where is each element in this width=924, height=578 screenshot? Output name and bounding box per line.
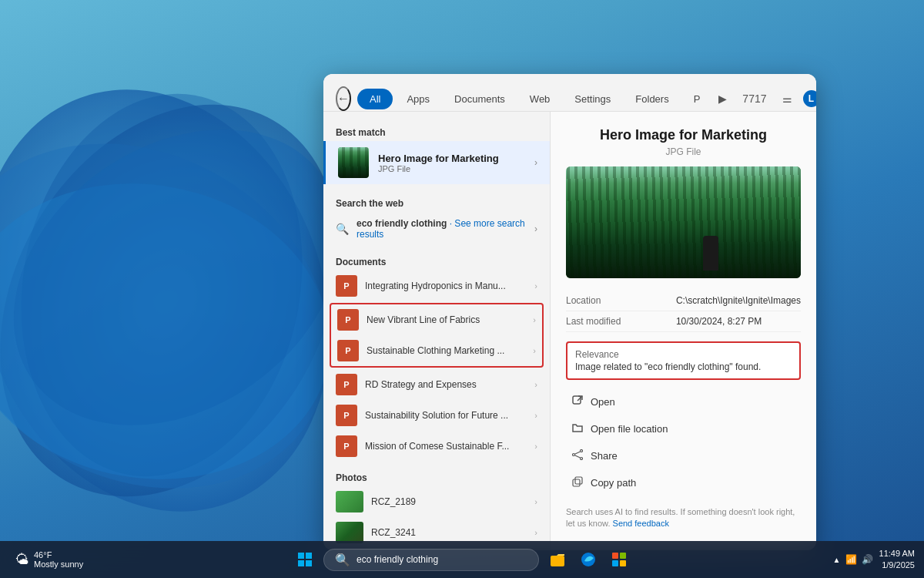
taskbar-app-store[interactable] (605, 546, 633, 573)
tab-folders[interactable]: Folders (624, 89, 679, 109)
location-value: C:\scratch\Ignite\Ignite\Images (676, 291, 801, 311)
share-icon (572, 449, 583, 462)
doc-icon-ppt-2: P (337, 309, 359, 331)
photo-item-1[interactable]: RCZ_2189 › (323, 486, 550, 517)
svg-rect-22 (298, 560, 304, 566)
tab-p[interactable]: P (683, 89, 711, 109)
feedback-link[interactable]: Send feedback (613, 519, 669, 528)
forest-figure-silhouette (703, 236, 718, 271)
back-button[interactable]: ← (336, 86, 351, 111)
web-search-chevron: › (534, 223, 537, 234)
start-button[interactable] (291, 546, 319, 573)
detail-metadata: Location C:\scratch\Ignite\Ignite\Images… (566, 291, 801, 332)
photo-chevron-2: › (534, 528, 537, 537)
open-icon (572, 395, 583, 408)
copy-icon (572, 476, 583, 489)
taskbar-right: ▲ 📶 🔊 11:49 AM 1/9/2025 (833, 548, 915, 572)
svg-rect-20 (298, 553, 304, 559)
svg-point-14 (573, 454, 575, 456)
open-location-label: Open file location (591, 423, 668, 435)
footer-text: Search uses AI to find results. If somet… (566, 506, 801, 530)
svg-point-13 (581, 450, 583, 452)
photo-thumb-2 (336, 522, 363, 543)
weather-temp: 46°F (34, 550, 83, 560)
doc-icon-ppt: P (336, 275, 357, 297)
weather-info: 46°F Mostly sunny (34, 550, 83, 569)
tab-web[interactable]: Web (519, 89, 561, 109)
doc-item-3[interactable]: P Sustainable Clothing Marketing ... › (331, 335, 542, 366)
doc-chevron-3: › (533, 346, 536, 355)
modified-value: 10/30/2024, 8:27 PM (676, 311, 801, 332)
doc-icon-ppt-6: P (336, 435, 357, 457)
documents-label: Documents (323, 250, 550, 271)
svg-rect-24 (551, 556, 564, 566)
wifi-icon: 📶 (845, 554, 857, 565)
share-button[interactable]: Share (566, 445, 801, 467)
modified-label: Last modified (566, 311, 676, 332)
tab-bar: ← All Apps Documents Web Settings Folder… (323, 74, 816, 112)
doc-item-2[interactable]: P New Vibrant Line of Fabrics › (331, 304, 542, 335)
tab-right-actions: ▶ 7717 ⚌ L ⋯ (714, 88, 816, 109)
tray-arrow-icon[interactable]: ▲ (833, 556, 841, 564)
search-bar-icon: 🔍 (335, 553, 350, 567)
open-button[interactable]: Open (566, 391, 801, 413)
volume-icon: 🔊 (862, 554, 873, 565)
detail-subtitle: JPG File (566, 146, 801, 157)
doc-chevron-6: › (534, 442, 537, 451)
svg-rect-23 (306, 560, 312, 566)
taskbar-app-edge[interactable] (574, 546, 602, 573)
svg-rect-19 (573, 479, 580, 486)
footer-main-text: Search uses AI to find results. If somet… (566, 507, 795, 528)
doc-item-5[interactable]: P Sustainability Solution for Future ...… (323, 400, 550, 431)
right-panel: Hero Image for Marketing JPG File Locati… (551, 112, 816, 550)
web-search-item[interactable]: 🔍 eco friendly clothing · See more searc… (323, 212, 550, 246)
doc-item-6[interactable]: P Mission of Comese Sustainable F... › (323, 431, 550, 462)
web-search-text: eco friendly clothing · See more search … (357, 218, 527, 240)
svg-line-17 (575, 455, 581, 458)
time-display: 11:49 AM (879, 548, 915, 560)
svg-rect-21 (306, 553, 312, 559)
best-match-title: Hero Image for Marketing (378, 153, 525, 164)
best-match-thumbnail (338, 147, 369, 178)
doc-item-1[interactable]: P Integrating Hydroponics in Manu... › (323, 271, 550, 301)
best-match-item[interactable]: Hero Image for Marketing JPG File › (323, 141, 550, 184)
taskbar-app-files[interactable] (544, 546, 571, 573)
taskbar-center: 🔍 eco friendly clothing (291, 546, 633, 573)
windows-logo (298, 553, 312, 566)
taskbar: 🌤 46°F Mostly sunny 🔍 eco friendly cloth… (0, 541, 924, 578)
doc-icon-ppt-5: P (336, 405, 357, 426)
doc-icon-ppt-3: P (337, 340, 359, 361)
date-display: 1/9/2025 (879, 560, 915, 571)
web-search-label: Search the web (323, 192, 550, 212)
tab-extra-number: 7717 (738, 89, 771, 108)
best-match-chevron: › (534, 157, 537, 168)
tab-apps[interactable]: Apps (396, 89, 440, 109)
location-label: Location (566, 291, 676, 311)
doc-chevron-2: › (533, 315, 536, 324)
play-icon[interactable]: ▶ (714, 89, 732, 108)
svg-rect-11 (573, 396, 581, 404)
user-avatar[interactable]: L (803, 90, 816, 107)
open-location-button[interactable]: Open file location (566, 418, 801, 440)
doc-title-6: Mission of Comese Sustainable F... (365, 441, 527, 452)
weather-desc: Mostly sunny (34, 560, 83, 569)
folder-icon (572, 422, 583, 435)
taskbar-apps (544, 546, 633, 573)
doc-item-4[interactable]: P RD Strategy and Expenses › (323, 369, 550, 400)
doc-chevron-4: › (534, 380, 537, 389)
network-icon: ⚌ (778, 89, 797, 108)
copy-path-button[interactable]: Copy path (566, 472, 801, 494)
doc-title-1: Integrating Hydroponics in Manu... (365, 281, 527, 291)
doc-title-5: Sustainability Solution for Future ... (365, 410, 527, 421)
photo-title-2: RCZ_3241 (371, 527, 527, 538)
relevance-text: Image related to "eco friendly clothing"… (575, 361, 792, 372)
tab-documents[interactable]: Documents (444, 89, 516, 109)
taskbar-search-bar[interactable]: 🔍 eco friendly clothing (323, 549, 539, 571)
tab-all[interactable]: All (357, 89, 393, 109)
tab-settings[interactable]: Settings (564, 89, 621, 109)
svg-rect-27 (620, 553, 626, 559)
detail-image (566, 166, 801, 278)
doc-title-2: New Vibrant Line of Fabrics (367, 314, 525, 325)
photos-label: Photos (323, 466, 550, 486)
search-panel: ← All Apps Documents Web Settings Folder… (323, 74, 816, 550)
